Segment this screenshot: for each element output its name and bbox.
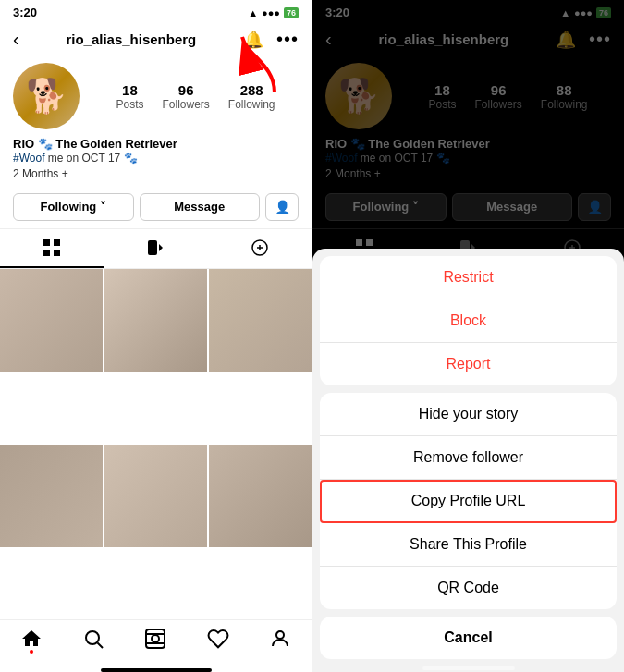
photo-3[interactable] <box>209 269 312 372</box>
action-buttons-left: Following ˅ Message 👤 <box>0 189 312 228</box>
signal-icon: ●●● <box>262 7 280 18</box>
following-label-btn: Following ˅ <box>41 200 106 214</box>
qr-code-button[interactable]: QR Code <box>320 567 617 609</box>
username-left: rio_alias_hisenberg <box>66 31 196 47</box>
followers-label-left: Followers <box>162 98 209 111</box>
bottom-nav-left <box>0 619 312 665</box>
bio-name-left: RIO 🐾 The Golden Retriever <box>13 137 299 151</box>
svg-point-15 <box>276 631 284 639</box>
stat-posts-left: 18 Posts <box>116 82 143 111</box>
photo-5[interactable] <box>104 445 207 547</box>
status-bar-left: 3:20 ▲ ●●● 76 <box>0 0 312 23</box>
tab-grid-left[interactable] <box>0 229 104 268</box>
svg-rect-3 <box>54 250 60 256</box>
nav-icons-left: 🔔 ••• <box>243 29 299 50</box>
profile-section-left: 🐕 18 Posts 96 Followers 288 Following <box>0 55 312 135</box>
remove-follower-button[interactable]: Remove follower <box>320 436 617 480</box>
cancel-button[interactable]: Cancel <box>320 617 617 659</box>
following-label-left: Following <box>228 98 275 111</box>
person-icon: 👤 <box>275 200 290 214</box>
home-indicator-left <box>101 668 212 672</box>
tab-tag-left[interactable] <box>208 229 312 268</box>
action-group-danger: Restrict Block Report <box>320 256 617 385</box>
nav-reels-left[interactable] <box>144 628 166 650</box>
hide-story-button[interactable]: Hide your story <box>320 393 617 436</box>
svg-rect-1 <box>54 239 60 246</box>
action-sheet-inner: Restrict Block Report Hide your story Re… <box>320 256 617 659</box>
home-indicator-right <box>422 666 515 670</box>
bell-button-left[interactable]: 🔔 <box>243 30 263 50</box>
svg-line-10 <box>98 643 104 649</box>
action-sheet: Restrict Block Report Hide your story Re… <box>312 249 624 672</box>
photo-1[interactable] <box>0 269 103 372</box>
action-group-other: Hide your story Remove follower Copy Pro… <box>320 393 617 609</box>
photo-4[interactable] <box>0 445 103 547</box>
bio-line1-left: #Woof me on OCT 17 🐾 <box>13 151 299 166</box>
back-button-left[interactable]: ‹ <box>13 29 19 50</box>
nav-profile-left[interactable] <box>269 628 291 650</box>
tab-video-left[interactable] <box>104 229 207 268</box>
svg-point-9 <box>86 631 99 644</box>
svg-rect-4 <box>148 240 157 255</box>
nav-home-left[interactable] <box>20 628 43 650</box>
battery-left: 76 <box>284 7 299 18</box>
status-icons-left: ▲ ●●● 76 <box>248 7 299 18</box>
posts-label-left: Posts <box>116 98 143 111</box>
bio-left: RIO 🐾 The Golden Retriever #Woof me on O… <box>0 135 312 189</box>
copy-url-button[interactable]: Copy Profile URL <box>320 480 617 523</box>
svg-rect-0 <box>43 239 50 246</box>
stat-followers-left: 96 Followers <box>162 82 209 111</box>
photo-6[interactable] <box>209 445 312 547</box>
home-dot <box>30 650 33 654</box>
tab-row-left <box>0 228 312 269</box>
followers-num-left: 96 <box>178 82 194 98</box>
following-button-left[interactable]: Following ˅ <box>13 193 134 221</box>
share-profile-button[interactable]: Share This Profile <box>320 523 617 567</box>
block-button[interactable]: Block <box>320 299 617 343</box>
posts-num-left: 18 <box>122 82 138 98</box>
hashtag-left: #Woof <box>13 152 44 165</box>
message-button-left[interactable]: Message <box>140 193 261 221</box>
following-num-left: 288 <box>240 82 263 98</box>
stat-following-left: 288 Following <box>228 82 275 111</box>
svg-marker-5 <box>159 244 163 251</box>
nav-heart-left[interactable] <box>207 628 229 650</box>
time-left: 3:20 <box>13 6 37 19</box>
message-label: Message <box>174 200 225 214</box>
restrict-button[interactable]: Restrict <box>320 256 617 299</box>
svg-point-12 <box>152 635 159 642</box>
bio-line2-left: 2 Months + <box>13 166 299 182</box>
stats-row-left: 18 Posts 96 Followers 288 Following <box>92 82 299 111</box>
more-button-left[interactable]: ••• <box>276 29 299 50</box>
wifi-icon: ▲ <box>248 7 258 18</box>
left-panel: 3:20 ▲ ●●● 76 ‹ rio_alias_hisenberg 🔔 ••… <box>0 0 312 672</box>
report-button[interactable]: Report <box>320 343 617 385</box>
svg-rect-2 <box>43 250 50 256</box>
top-nav-left: ‹ rio_alias_hisenberg 🔔 ••• <box>0 23 312 55</box>
nav-search-left[interactable] <box>82 628 104 650</box>
avatar-left: 🐕 <box>13 63 80 129</box>
person-button-left[interactable]: 👤 <box>265 193 299 221</box>
svg-rect-11 <box>146 629 165 648</box>
photo-grid-left <box>0 269 312 619</box>
right-panel: 3:20 ▲ ●●● 76 ‹ rio_alias_hisenberg 🔔 ••… <box>312 0 624 672</box>
photo-2[interactable] <box>104 269 207 372</box>
